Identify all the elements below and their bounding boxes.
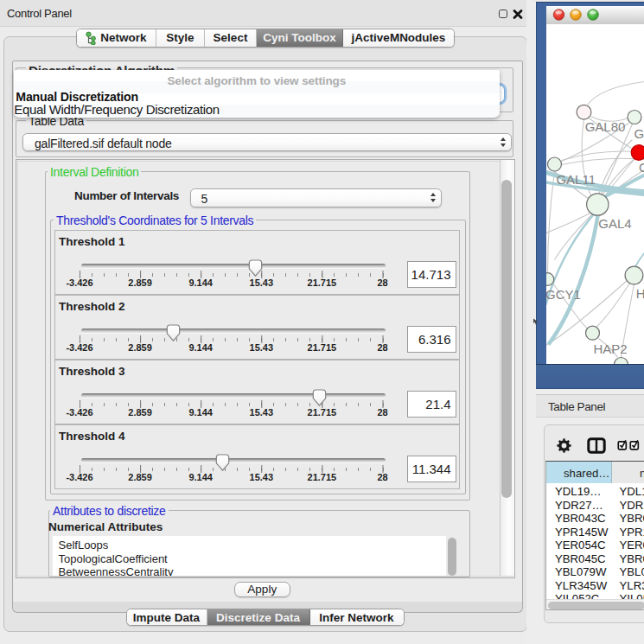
svg-text:GAL80: GAL80 [584, 119, 625, 134]
svg-text:GCY1: GCY1 [546, 287, 581, 302]
svg-text:GAL: GAL [634, 125, 644, 140]
svg-text:GAL11: GAL11 [556, 171, 596, 186]
svg-text:CY: CY [639, 160, 644, 175]
svg-text:HI: HI [635, 285, 644, 300]
svg-text:HAP2: HAP2 [593, 341, 627, 356]
svg-text:GAL4: GAL4 [598, 215, 631, 230]
